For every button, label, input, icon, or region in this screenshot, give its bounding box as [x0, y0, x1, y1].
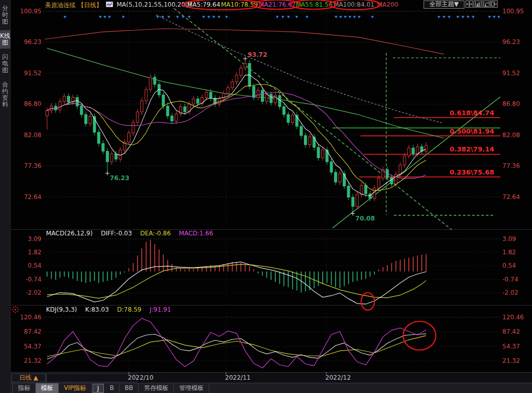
tab-indicators[interactable]: 指标	[12, 383, 36, 393]
kdj-j-value: J:91.91	[149, 306, 171, 313]
price-axis-label-right: 91.52	[502, 70, 520, 77]
macd-axis-label-right: -2.02	[502, 289, 518, 296]
macd-dea-value: DEA:-0.86	[140, 230, 171, 237]
tab-j[interactable]: J	[93, 384, 104, 393]
ma-formula-label: MA(5,10,21,55,100,200)	[117, 1, 191, 8]
macd-macd-value: MACD:1.66	[179, 230, 213, 237]
kdj-title: KDJ(9,3,3)	[46, 306, 77, 313]
ma5-value: MA5:79.64	[187, 1, 220, 8]
pop-out-button[interactable]	[490, 1, 498, 8]
expand-x-axis-button[interactable]	[482, 1, 490, 8]
kdj-axis-label-right: 54.37	[502, 343, 520, 350]
price-axis-label-right: 96.23	[502, 38, 520, 46]
compress-x-axis-button[interactable]	[474, 1, 481, 8]
kdj-axis-label-right: 87.42	[502, 328, 520, 335]
kdj-axis-label-right: 120.46	[502, 314, 524, 321]
ma200-value: MA200	[377, 1, 398, 8]
tab-manage-template[interactable]: 管理模板	[174, 383, 209, 393]
ma55-value: MA55:81.56	[296, 1, 332, 8]
instrument-title: 美原油连续	[45, 1, 76, 10]
macd-header: MACD(26,12,9) DIFF:-0.03 DEA:-0.86 MACD:…	[46, 230, 213, 237]
price-axis-label-right: 72.64	[502, 193, 520, 201]
kdj-axis-label-right: 21.32	[502, 357, 520, 364]
x-axis-label-dec: 2022/12	[325, 374, 351, 381]
ma100-value: MA100:84.01	[334, 1, 374, 8]
tab-vip-indicators[interactable]: VIP指标	[59, 383, 92, 393]
period-tag: 【日线】	[78, 1, 102, 10]
pan-tool-button[interactable]	[465, 1, 473, 8]
macd-axis-label-right: -0.74	[502, 276, 518, 283]
left-sidebar: 分时图 K线图 闪电图 合约资料	[0, 0, 11, 393]
chart-canvas[interactable]	[11, 9, 500, 372]
ma10-value: MA10:78.59	[221, 1, 258, 8]
period-selector[interactable]: 日线 ▲	[11, 374, 46, 382]
x-axis-label-nov: 2022/11	[225, 374, 251, 381]
indicator-tab-bar: 指标 模板 VIP指标 J B BB 另存模板 管理模板	[10, 383, 532, 393]
chart-header: 美原油连续 【日线】 MA(5,10,21,55,100,200) MA5:79…	[0, 0, 532, 9]
sidebar-item-flash-chart[interactable]: 闪电图	[0, 51, 10, 76]
scrollbar-thumb[interactable]	[46, 374, 137, 382]
kdj-d-value: D:78.59	[117, 306, 142, 313]
tab-b[interactable]: B	[105, 383, 120, 393]
price-axis-label-right: 100.95	[502, 8, 524, 15]
sidebar-item-time-chart[interactable]: 分时图	[0, 3, 10, 28]
kdj-header: KDJ(9,3,3) K:83.03 D:78.59 J:91.91	[46, 306, 171, 313]
date-axis-bar: 日线 ▲ 2022/10 2022/11 2022/12	[10, 372, 532, 383]
price-axis-label-right: 77.36	[502, 162, 520, 169]
indicator-chart-icon	[106, 2, 113, 9]
price-axis-label-right: 86.80	[502, 100, 520, 107]
tab-bb[interactable]: BB	[120, 383, 139, 393]
sidebar-item-contract-info[interactable]: 合约资料	[0, 79, 10, 111]
macd-title: MACD(26,12,9)	[46, 230, 93, 237]
macd-axis-label-right: 0.54	[502, 262, 516, 269]
charting-app-window: 分时图 K线图 闪电图 合约资料 美原油连续 【日线】 MA(5,10,21,5…	[0, 0, 532, 393]
kdj-k-value: K:83.03	[85, 306, 109, 313]
ma21-value: MA21:76.67	[259, 1, 296, 8]
price-axis-label-right: 82.08	[502, 132, 520, 139]
sidebar-item-kline-chart[interactable]: K线图	[0, 30, 10, 49]
macd-diff-value: DIFF:-0.03	[101, 230, 132, 237]
all-themes-dropdown[interactable]: 全部主题▼	[424, 1, 464, 9]
tab-templates[interactable]: 模板	[36, 383, 59, 393]
macd-axis-label-right: 1.82	[502, 249, 516, 256]
x-axis-label-oct: 2022/10	[128, 374, 153, 381]
macd-axis-label-right: 3.09	[502, 235, 516, 243]
tab-save-template[interactable]: 另存模板	[139, 383, 174, 393]
